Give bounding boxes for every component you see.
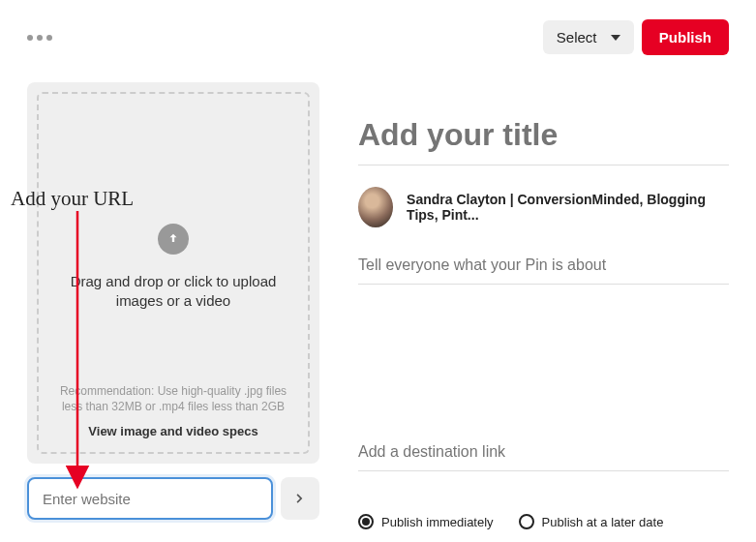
title-input[interactable] bbox=[358, 111, 729, 166]
author-name: Sandra Clayton | ConversionMinded, Blogg… bbox=[407, 192, 729, 223]
url-submit-button[interactable] bbox=[281, 477, 319, 520]
description-input[interactable] bbox=[358, 253, 729, 285]
more-icon[interactable] bbox=[27, 35, 52, 41]
chevron-right-icon bbox=[293, 492, 307, 505]
avatar bbox=[358, 187, 393, 227]
annotation-text: Add your URL bbox=[11, 187, 134, 211]
publish-immediately-radio[interactable]: Publish immediately bbox=[358, 514, 494, 529]
specs-link[interactable]: View image and video specs bbox=[53, 424, 293, 438]
upload-recommendation: Recommendation: Use high-quality .jpg fi… bbox=[53, 383, 293, 414]
upload-text: Drag and drop or click to upload images … bbox=[53, 272, 293, 312]
destination-link-input[interactable] bbox=[358, 439, 729, 471]
radio-label: Publish immediately bbox=[381, 515, 494, 529]
radio-icon bbox=[358, 514, 374, 529]
publish-button[interactable]: Publish bbox=[642, 19, 729, 55]
upload-icon bbox=[158, 224, 189, 255]
website-input[interactable] bbox=[27, 477, 273, 520]
publish-later-radio[interactable]: Publish at a later date bbox=[519, 514, 664, 529]
board-select[interactable]: Select bbox=[543, 20, 634, 54]
radio-label: Publish at a later date bbox=[542, 515, 664, 529]
upload-area[interactable]: Drag and drop or click to upload images … bbox=[27, 82, 319, 464]
radio-icon bbox=[519, 514, 534, 529]
